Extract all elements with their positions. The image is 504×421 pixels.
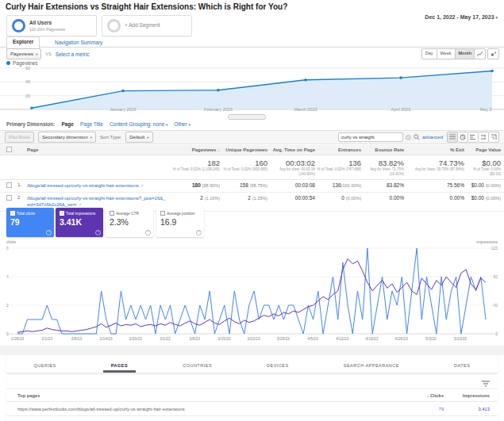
col-header-unique-pageviews[interactable]: Unique Pageviews xyxy=(220,147,267,152)
external-link-icon[interactable]: ↗ xyxy=(140,183,144,188)
table-summary-row: 182% of Total: 0.02% (1,108,245) 160% of… xyxy=(0,155,504,180)
clicks-header-label: Clicks xyxy=(430,393,444,398)
col-header-avg-time[interactable]: Avg. Time on Page xyxy=(267,147,315,152)
row-number: 1. xyxy=(17,182,27,187)
summary-avg-time: 00:03:02 xyxy=(267,159,315,167)
summary-page-value-sub: % of Total: 0.00% ($0.00) xyxy=(464,167,501,176)
card-value: 16.9 xyxy=(160,217,201,227)
advanced-search-link[interactable]: advanced xyxy=(422,135,443,140)
ga-ytick: 20 xyxy=(19,94,30,98)
tab-countries[interactable]: COUNTRIES xyxy=(175,358,220,373)
cell-value: $0.00 xyxy=(471,182,484,188)
row-checkbox[interactable] xyxy=(6,195,12,201)
average-ctr-card[interactable]: Average CTR 2.3% ? xyxy=(106,208,153,237)
cell-avg-time: 00:00:54 xyxy=(267,195,315,201)
day-button[interactable]: Day xyxy=(421,48,437,59)
gsc-chart-xlabels: 1/26/232/1/232/8/232/14/232/20/233/1/233… xyxy=(6,337,498,343)
cell-unique-pct: (1.25%) xyxy=(252,196,267,201)
tab-devices[interactable]: DEVICES xyxy=(259,358,297,373)
tab-search-appearance[interactable]: SEARCH APPEARANCE xyxy=(336,358,407,373)
cell-entrances-pct: (0.00%) xyxy=(346,196,361,201)
help-icon[interactable]: ? xyxy=(95,230,101,235)
dimension-content-grouping[interactable]: Content Grouping: none ▾ xyxy=(110,121,167,127)
chevron-down-icon: ▾ xyxy=(188,123,190,127)
gsc-page-url[interactable]: https://www.perfectlocks.com/blogs/all-t… xyxy=(17,407,402,411)
content-grouping-label: Content Grouping: none xyxy=(110,121,164,127)
tab-pages[interactable]: PAGES xyxy=(103,358,136,373)
comparison-view-icon[interactable] xyxy=(479,132,489,143)
search-input[interactable] xyxy=(338,132,403,142)
week-button[interactable]: Week xyxy=(437,48,456,59)
right-axis-label: impressions xyxy=(476,239,498,244)
help-icon[interactable]: ? xyxy=(196,230,202,235)
col-header-pct-exit[interactable]: % Exit xyxy=(404,147,464,152)
page-link[interactable]: /blogs/all-tressed-up/curly-vs-straight-… xyxy=(27,196,166,208)
pivot-view-icon[interactable] xyxy=(489,132,499,143)
col-header-page-value[interactable]: Page Value xyxy=(464,147,501,152)
chart-range-slider[interactable] xyxy=(228,114,266,120)
gsc-xlabel: 1/26/23 xyxy=(4,337,31,341)
unchecked-checkbox-icon[interactable] xyxy=(160,211,165,216)
help-icon[interactable]: ? xyxy=(145,230,151,235)
select-metric-link[interactable]: Select a metric xyxy=(56,52,90,57)
gsc-table-row[interactable]: https://www.perfectlocks.com/blogs/all-t… xyxy=(6,402,498,416)
clicks-impressions-chart[interactable] xyxy=(6,247,498,338)
line-chart-icon[interactable] xyxy=(474,48,486,59)
percentage-view-icon[interactable] xyxy=(458,132,468,143)
summary-entrances-sub: % of Total: 0.02% (747,488) xyxy=(315,167,361,172)
cell-unique-pct: (98.75%) xyxy=(250,183,267,188)
gsc-xlabel: 4/5/23 xyxy=(299,337,326,341)
row-checkbox[interactable] xyxy=(6,182,12,188)
help-icon[interactable]: ? xyxy=(46,230,52,235)
dimension-page-title[interactable]: Page Title xyxy=(80,121,103,127)
gsc-xlabel: 2/8/23 xyxy=(63,337,90,341)
select-all-checkbox[interactable] xyxy=(6,147,12,152)
section-divider xyxy=(0,346,504,355)
performance-view-icon[interactable] xyxy=(468,132,479,143)
col-header-bounce-rate[interactable]: Bounce Rate xyxy=(361,147,404,152)
col-header-page[interactable]: Page xyxy=(27,147,167,152)
gsc-tab-bar: QUERIES PAGES COUNTRIES DEVICES SEARCH A… xyxy=(6,355,498,373)
table-view-icon[interactable] xyxy=(447,132,458,143)
col-top-pages[interactable]: Top pages xyxy=(17,393,402,398)
gsc-xlabel: 5/10/23 xyxy=(447,337,474,341)
chevron-down-icon: ▾ xyxy=(36,52,37,56)
add-segment-button[interactable]: + Add Segment xyxy=(102,15,192,36)
secondary-dimension-button[interactable]: Secondary dimension ▾ xyxy=(38,132,96,143)
total-impressions-card[interactable]: ✓ Total impressions 3.41K ? xyxy=(56,208,103,237)
summary-exit: 74.73% xyxy=(404,159,464,167)
col-clicks[interactable]: ↓ Clicks xyxy=(402,393,444,398)
sort-type-select[interactable]: Default ▾ xyxy=(125,132,152,143)
plot-rows-button[interactable]: Plot Rows xyxy=(5,132,34,143)
date-range-picker[interactable]: Dec 1, 2022 - May 17, 2023 ▾ xyxy=(425,14,498,20)
average-position-card[interactable]: Average position 16.9 ? xyxy=(156,208,204,237)
motion-chart-icon[interactable] xyxy=(487,48,499,59)
sort-type-label: Sort Type: xyxy=(100,135,121,140)
tab-queries[interactable]: QUERIES xyxy=(26,358,64,373)
unchecked-checkbox-icon[interactable] xyxy=(110,211,114,216)
checked-checkbox-icon[interactable]: ✓ xyxy=(60,211,64,216)
card-value: 3.41K xyxy=(60,217,100,227)
tab-dates[interactable]: DATES xyxy=(446,358,478,373)
gsc-xlabel: 2/1/23 xyxy=(33,337,60,341)
metric-select[interactable]: Pageviews ▾ xyxy=(6,48,41,59)
col-header-pageviews[interactable]: Pageviews ↓ xyxy=(167,147,220,152)
total-clicks-card[interactable]: ✓ Total clicks 79 ? xyxy=(6,208,54,237)
cell-pageviews: 180 xyxy=(192,182,201,188)
page-link[interactable]: /blogs/all-tressed-up/curly-vs-straight-… xyxy=(27,183,139,188)
dimension-page[interactable]: Page xyxy=(61,121,74,127)
col-header-entrances[interactable]: Entrances xyxy=(315,147,361,152)
granularity-buttons: Day Week Month xyxy=(421,48,475,59)
external-link-icon[interactable]: ↗ xyxy=(79,202,82,207)
col-impressions[interactable]: Impressions xyxy=(444,393,490,398)
search-icon[interactable] xyxy=(414,134,420,140)
card-value: 79 xyxy=(10,217,51,227)
month-button[interactable]: Month xyxy=(456,48,476,59)
dimension-other[interactable]: Other ▾ xyxy=(174,121,190,127)
filter-icon[interactable] xyxy=(482,381,490,387)
checked-checkbox-icon[interactable]: ✓ xyxy=(10,211,15,216)
tab-navigation-summary[interactable]: Navigation Summary xyxy=(49,38,108,47)
segment-all-users[interactable]: All Users 100.00% Pageviews xyxy=(6,15,97,36)
pageviews-timeseries-chart[interactable] xyxy=(0,67,504,114)
clear-search-icon[interactable] xyxy=(406,135,411,140)
